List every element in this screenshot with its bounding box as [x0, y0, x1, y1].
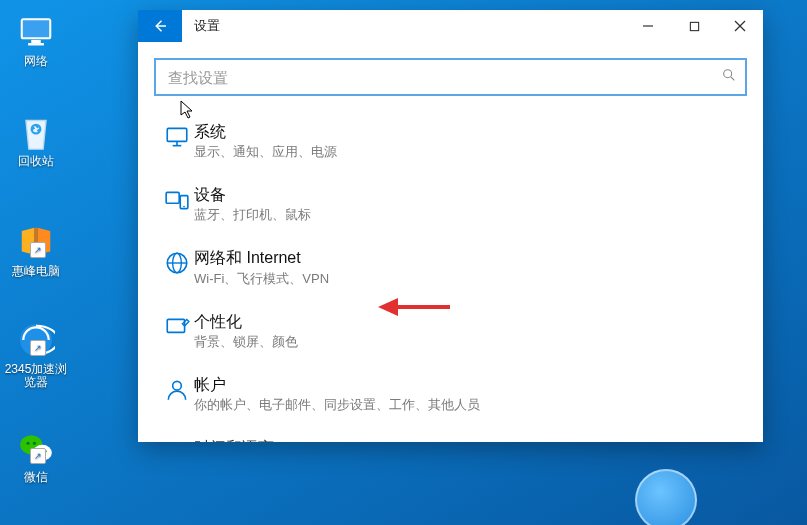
category-title: 系统 — [194, 122, 741, 141]
svg-line-17 — [731, 77, 734, 80]
recycle-bin-icon — [16, 112, 56, 152]
search-icon — [721, 67, 737, 87]
globe-icon — [160, 248, 194, 276]
category-list: 系统 显示、通知、应用、电源 设备 蓝牙、打印机、鼠标 — [154, 110, 747, 442]
minimize-button[interactable] — [625, 10, 671, 42]
svg-point-16 — [724, 70, 732, 78]
desktop-icon-label: 微信 — [0, 471, 72, 484]
search-box[interactable] — [154, 58, 747, 96]
svg-rect-27 — [167, 319, 184, 332]
svg-point-7 — [27, 442, 30, 445]
category-system[interactable]: 系统 显示、通知、应用、电源 — [154, 110, 747, 173]
svg-rect-2 — [28, 43, 44, 45]
svg-rect-18 — [167, 128, 187, 141]
category-title: 个性化 — [194, 312, 741, 331]
wechat-icon: ↗ — [16, 428, 56, 468]
network-icon — [16, 12, 56, 52]
desktop-icon-label: 回收站 — [0, 155, 72, 168]
desktop: 网络 回收站 ↗ 惠峰电脑 ↗ 2345加速浏览器 ↗ 微信 — [0, 0, 807, 525]
category-accounts[interactable]: 帐户 你的帐户、电子邮件、同步设置、工作、其他人员 — [154, 363, 747, 426]
settings-window: 设置 — [138, 10, 763, 442]
desktop-icon-label: 惠峰电脑 — [0, 265, 72, 278]
category-title: 帐户 — [194, 375, 741, 394]
titlebar: 设置 — [138, 10, 763, 42]
category-network[interactable]: 网络和 Internet Wi-Fi、飞行模式、VPN — [154, 236, 747, 299]
window-content: 系统 显示、通知、应用、电源 设备 蓝牙、打印机、鼠标 — [138, 42, 763, 442]
shortcut-arrow-icon: ↗ — [30, 340, 46, 356]
time-language-icon — [160, 438, 194, 440]
minimize-icon — [642, 20, 654, 32]
category-title: 设备 — [194, 185, 741, 204]
desktop-icon-label: 网络 — [0, 55, 72, 68]
svg-rect-1 — [31, 40, 41, 43]
search-input[interactable] — [166, 68, 711, 87]
category-personalization[interactable]: 个性化 背景、锁屏、颜色 — [154, 300, 747, 363]
personalization-icon — [160, 312, 194, 340]
accounts-icon — [160, 375, 194, 403]
desktop-icon-recycle-bin[interactable]: 回收站 — [0, 112, 72, 168]
category-subtitle: 你的帐户、电子邮件、同步设置、工作、其他人员 — [194, 396, 741, 414]
category-subtitle: 蓝牙、打印机、鼠标 — [194, 206, 741, 224]
back-button[interactable] — [138, 10, 182, 42]
category-subtitle: 显示、通知、应用、电源 — [194, 143, 741, 161]
maximize-button[interactable] — [671, 10, 717, 42]
svg-point-8 — [33, 442, 36, 445]
window-title: 设置 — [182, 10, 232, 42]
desktop-icon-network[interactable]: 网络 — [0, 12, 72, 68]
svg-rect-13 — [690, 22, 698, 30]
shortcut-arrow-icon: ↗ — [30, 242, 46, 258]
desktop-icon-browser[interactable]: ↗ 2345加速浏览器 — [0, 320, 72, 389]
category-subtitle: Wi-Fi、飞行模式、VPN — [194, 270, 741, 288]
svg-rect-21 — [166, 193, 179, 204]
close-icon — [734, 20, 746, 32]
desktop-icon-label: 2345加速浏览器 — [0, 363, 72, 389]
maximize-icon — [689, 21, 700, 32]
close-button[interactable] — [717, 10, 763, 42]
devices-icon — [160, 185, 194, 213]
shortcut-arrow-icon: ↗ — [30, 448, 46, 464]
category-time-language[interactable]: 时间和语言 — [154, 426, 747, 442]
category-devices[interactable]: 设备 蓝牙、打印机、鼠标 — [154, 173, 747, 236]
category-title: 时间和语言 — [194, 438, 741, 442]
computer-icon: ↗ — [16, 222, 56, 262]
desktop-icon-wechat[interactable]: ↗ 微信 — [0, 428, 72, 484]
svg-rect-0 — [22, 19, 51, 38]
system-icon — [160, 122, 194, 150]
category-title: 网络和 Internet — [194, 248, 741, 267]
assist-bubble — [635, 469, 697, 525]
svg-point-28 — [173, 381, 182, 390]
category-subtitle: 背景、锁屏、颜色 — [194, 333, 741, 351]
arrow-left-icon — [151, 17, 169, 35]
browser-icon: ↗ — [16, 320, 56, 360]
svg-point-23 — [183, 206, 185, 208]
desktop-icon-thispc[interactable]: ↗ 惠峰电脑 — [0, 222, 72, 278]
